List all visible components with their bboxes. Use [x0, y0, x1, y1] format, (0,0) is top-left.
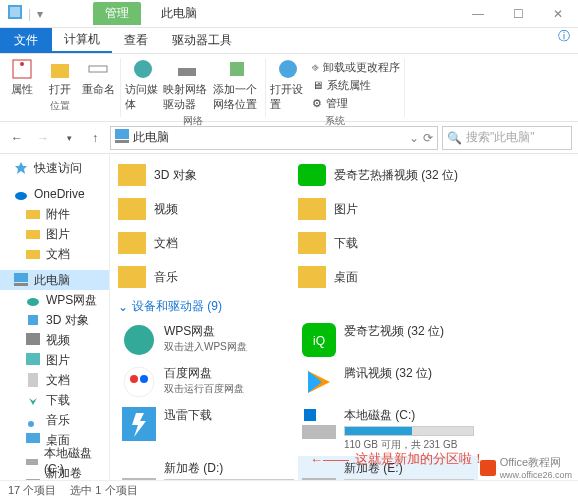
- menu-drivetools[interactable]: 驱动器工具: [160, 28, 244, 53]
- sidebar-pictures2[interactable]: 图片: [0, 350, 109, 370]
- svg-marker-12: [15, 162, 27, 174]
- folder-music[interactable]: 音乐: [118, 260, 298, 294]
- minimize-button[interactable]: —: [458, 0, 498, 28]
- address-dropdown-icon[interactable]: ⌄: [409, 131, 419, 145]
- navbar: ← → ▾ ↑ 此电脑 ⌄ ⟳ 🔍 搜索"此电脑": [0, 122, 578, 154]
- menu-view[interactable]: 查看: [112, 28, 160, 53]
- close-button[interactable]: ✕: [538, 0, 578, 28]
- cube-icon: [26, 313, 40, 327]
- svg-point-6: [134, 60, 152, 78]
- link-manage[interactable]: ⚙管理: [312, 94, 400, 112]
- folder-icon: [118, 164, 146, 186]
- sidebar-wps[interactable]: WPS网盘: [0, 290, 109, 310]
- folder-3d[interactable]: 3D 对象: [118, 158, 298, 192]
- folder-docs[interactable]: 文档: [118, 226, 298, 260]
- svg-point-44: [140, 375, 148, 383]
- sidebar-pictures[interactable]: 图片: [0, 224, 109, 244]
- menu-computer[interactable]: 计算机: [52, 28, 112, 53]
- svg-rect-22: [26, 353, 40, 365]
- ribbon-open-settings[interactable]: 打开设置: [270, 58, 306, 112]
- svg-rect-37: [118, 266, 146, 288]
- drive-icon: [122, 460, 156, 480]
- nav-forward[interactable]: →: [32, 127, 54, 149]
- chevron-down-icon[interactable]: ▾: [37, 7, 43, 21]
- titlebar: | ▾ 管理 此电脑 — ☐ ✕: [0, 0, 578, 28]
- sidebar-attachments[interactable]: 附件: [0, 204, 109, 224]
- folder-videos[interactable]: 视频: [118, 192, 298, 226]
- svg-rect-34: [298, 198, 326, 220]
- sidebar-onedrive[interactable]: OneDrive: [0, 184, 109, 204]
- doc-icon: [26, 373, 40, 387]
- sidebar-videos[interactable]: 视频: [0, 330, 109, 350]
- sidebar-documents[interactable]: 文档: [0, 244, 109, 264]
- svg-rect-5: [89, 66, 107, 72]
- folder-downloads[interactable]: 下载: [298, 226, 478, 260]
- sidebar-music[interactable]: 音乐: [0, 410, 109, 430]
- menu-file[interactable]: 文件: [0, 28, 52, 53]
- maximize-button[interactable]: ☐: [498, 0, 538, 28]
- folder-desktop[interactable]: 桌面: [298, 260, 478, 294]
- cloud-icon: [26, 293, 40, 307]
- status-selected-count: 选中 1 个项目: [70, 483, 137, 498]
- window-icon: [8, 5, 22, 22]
- office-logo-icon: [480, 460, 496, 476]
- content-area: 3D 对象 爱奇艺热播视频 (32 位) 视频 图片 文档 下载 音乐 桌面 ⌄…: [110, 154, 578, 480]
- cloud-icon: [14, 187, 28, 201]
- ribbon-addnetloc[interactable]: 添加一个网络位置: [213, 58, 261, 112]
- sidebar-docs2[interactable]: 文档: [0, 370, 109, 390]
- folder-icon: [26, 227, 40, 241]
- ribbon: 属性 打开 重命名 位置 访问媒体 映射网络驱动器 添加一个网络位置 网络 打开…: [0, 54, 578, 122]
- ribbon-rename[interactable]: 重命名: [80, 58, 116, 97]
- folder-icon: [118, 232, 146, 254]
- drive-icon: [302, 407, 336, 441]
- folder-icon: [298, 266, 326, 288]
- drive-xunlei[interactable]: 迅雷下载: [118, 403, 298, 456]
- sidebar-thispc[interactable]: 此电脑: [0, 270, 109, 290]
- ribbon-open[interactable]: 打开: [42, 58, 78, 97]
- tab-thispc[interactable]: 此电脑: [149, 2, 209, 25]
- menubar: 文件 计算机 查看 驱动器工具 ⓘ: [0, 28, 578, 54]
- sysprops-icon: 🖥: [312, 79, 323, 91]
- drive-iqiyi[interactable]: iQ 爱奇艺视频 (32 位): [298, 319, 478, 361]
- ribbon-properties[interactable]: 属性: [4, 58, 40, 97]
- tab-manage[interactable]: 管理: [93, 2, 141, 25]
- help-icon[interactable]: ⓘ: [558, 29, 570, 43]
- searchbox[interactable]: 🔍 搜索"此电脑": [442, 126, 572, 150]
- statusbar: 17 个项目 选中 1 个项目: [0, 480, 578, 500]
- nav-up[interactable]: ↑: [84, 127, 106, 149]
- section-devices[interactable]: ⌄设备和驱动器 (9): [118, 298, 570, 315]
- drive-c[interactable]: 本地磁盘 (C:)110 GB 可用，共 231 GB: [298, 403, 478, 456]
- sidebar-quick-access[interactable]: 快速访问: [0, 158, 109, 178]
- sidebar-downloads[interactable]: 下载: [0, 390, 109, 410]
- refresh-icon[interactable]: ⟳: [423, 131, 433, 145]
- nav-back[interactable]: ←: [6, 127, 28, 149]
- drive-baidu[interactable]: 百度网盘双击运行百度网盘: [118, 361, 298, 403]
- picture-icon: [26, 353, 40, 367]
- iqiyi-icon: [298, 164, 326, 186]
- addressbar[interactable]: 此电脑 ⌄ ⟳: [110, 126, 438, 150]
- sidebar-3d[interactable]: 3D 对象: [0, 310, 109, 330]
- svg-rect-27: [26, 459, 38, 465]
- drive-wps[interactable]: WPS网盘双击进入WPS网盘: [118, 319, 298, 361]
- ribbon-group-location-label: 位置: [50, 99, 70, 113]
- uninstall-icon: ⎆: [312, 61, 319, 73]
- svg-rect-35: [118, 232, 146, 254]
- ribbon-mapdrive[interactable]: 映射网络驱动器: [163, 58, 211, 112]
- ribbon-media[interactable]: 访问媒体: [125, 58, 161, 112]
- svg-marker-24: [29, 393, 37, 405]
- svg-rect-26: [26, 433, 40, 443]
- status-item-count: 17 个项目: [8, 483, 56, 498]
- sidebar-drive-d[interactable]: 新加卷 (D:): [0, 470, 109, 480]
- folder-pictures[interactable]: 图片: [298, 192, 478, 226]
- folder-iqiyi-hot[interactable]: 爱奇艺热播视频 (32 位): [298, 158, 478, 192]
- svg-rect-11: [115, 140, 129, 143]
- link-uninstall[interactable]: ⎆卸载或更改程序: [312, 58, 400, 76]
- svg-text:iQ: iQ: [313, 334, 325, 348]
- drive-tencent[interactable]: 腾讯视频 (32 位): [298, 361, 478, 403]
- svg-rect-8: [230, 62, 244, 76]
- svg-rect-20: [28, 315, 38, 325]
- drive-d[interactable]: 新加卷 (D:)330 GB 可用，共 462 GB: [118, 456, 298, 480]
- desktop-icon: [26, 433, 40, 447]
- nav-dropdown[interactable]: ▾: [58, 127, 80, 149]
- link-sysprops[interactable]: 🖥系统属性: [312, 76, 400, 94]
